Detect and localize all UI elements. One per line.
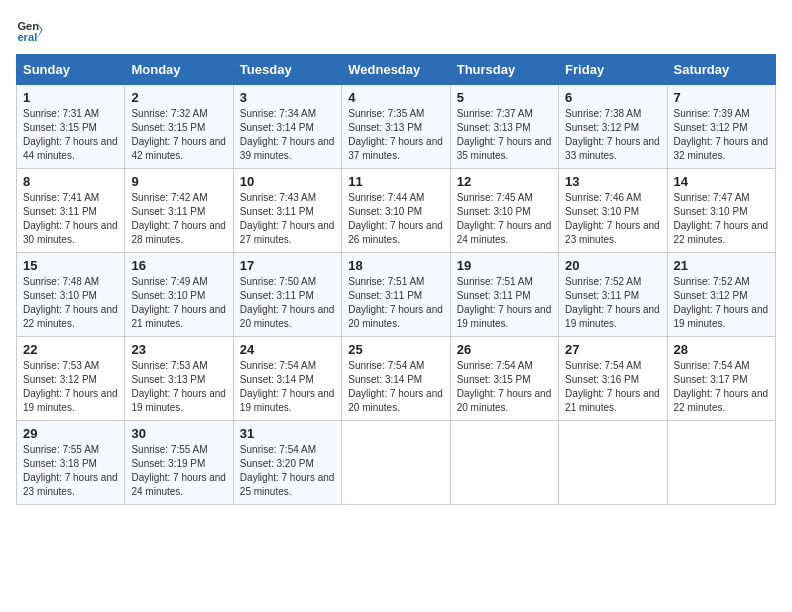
daylight-text: Daylight: 7 hours and 44 minutes. <box>23 135 118 163</box>
daylight-text: Daylight: 7 hours and 22 minutes. <box>23 303 118 331</box>
day-info: Sunrise: 7:52 AM Sunset: 3:11 PM Dayligh… <box>565 275 660 331</box>
sunrise-text: Sunrise: 7:54 AM <box>240 359 335 373</box>
calendar-cell: 8 Sunrise: 7:41 AM Sunset: 3:11 PM Dayli… <box>17 169 125 253</box>
sunrise-text: Sunrise: 7:54 AM <box>674 359 769 373</box>
week-row-2: 8 Sunrise: 7:41 AM Sunset: 3:11 PM Dayli… <box>17 169 776 253</box>
daylight-text: Daylight: 7 hours and 20 minutes. <box>457 387 552 415</box>
day-info: Sunrise: 7:44 AM Sunset: 3:10 PM Dayligh… <box>348 191 443 247</box>
day-info: Sunrise: 7:54 AM Sunset: 3:20 PM Dayligh… <box>240 443 335 499</box>
day-number: 25 <box>348 342 443 357</box>
calendar-cell <box>342 421 450 505</box>
sunset-text: Sunset: 3:10 PM <box>131 289 226 303</box>
daylight-text: Daylight: 7 hours and 23 minutes. <box>565 219 660 247</box>
calendar-cell: 20 Sunrise: 7:52 AM Sunset: 3:11 PM Dayl… <box>559 253 667 337</box>
day-number: 26 <box>457 342 552 357</box>
day-info: Sunrise: 7:41 AM Sunset: 3:11 PM Dayligh… <box>23 191 118 247</box>
day-info: Sunrise: 7:38 AM Sunset: 3:12 PM Dayligh… <box>565 107 660 163</box>
day-header-monday: Monday <box>125 55 233 85</box>
sunrise-text: Sunrise: 7:52 AM <box>674 275 769 289</box>
sunrise-text: Sunrise: 7:41 AM <box>23 191 118 205</box>
sunrise-text: Sunrise: 7:39 AM <box>674 107 769 121</box>
sunset-text: Sunset: 3:14 PM <box>240 373 335 387</box>
sunset-text: Sunset: 3:16 PM <box>565 373 660 387</box>
day-number: 23 <box>131 342 226 357</box>
daylight-text: Daylight: 7 hours and 24 minutes. <box>457 219 552 247</box>
calendar-cell: 9 Sunrise: 7:42 AM Sunset: 3:11 PM Dayli… <box>125 169 233 253</box>
sunset-text: Sunset: 3:11 PM <box>348 289 443 303</box>
day-number: 28 <box>674 342 769 357</box>
calendar-cell: 2 Sunrise: 7:32 AM Sunset: 3:15 PM Dayli… <box>125 85 233 169</box>
day-number: 29 <box>23 426 118 441</box>
daylight-text: Daylight: 7 hours and 27 minutes. <box>240 219 335 247</box>
sunset-text: Sunset: 3:14 PM <box>240 121 335 135</box>
calendar-cell: 31 Sunrise: 7:54 AM Sunset: 3:20 PM Dayl… <box>233 421 341 505</box>
sunset-text: Sunset: 3:11 PM <box>23 205 118 219</box>
calendar-table: SundayMondayTuesdayWednesdayThursdayFrid… <box>16 54 776 505</box>
calendar-cell: 15 Sunrise: 7:48 AM Sunset: 3:10 PM Dayl… <box>17 253 125 337</box>
sunset-text: Sunset: 3:20 PM <box>240 457 335 471</box>
calendar-cell: 24 Sunrise: 7:54 AM Sunset: 3:14 PM Dayl… <box>233 337 341 421</box>
daylight-text: Daylight: 7 hours and 19 minutes. <box>23 387 118 415</box>
week-row-3: 15 Sunrise: 7:48 AM Sunset: 3:10 PM Dayl… <box>17 253 776 337</box>
sunrise-text: Sunrise: 7:50 AM <box>240 275 335 289</box>
sunset-text: Sunset: 3:15 PM <box>457 373 552 387</box>
day-number: 6 <box>565 90 660 105</box>
day-number: 1 <box>23 90 118 105</box>
day-number: 17 <box>240 258 335 273</box>
daylight-text: Daylight: 7 hours and 30 minutes. <box>23 219 118 247</box>
day-header-saturday: Saturday <box>667 55 775 85</box>
day-number: 31 <box>240 426 335 441</box>
sunset-text: Sunset: 3:15 PM <box>131 121 226 135</box>
daylight-text: Daylight: 7 hours and 23 minutes. <box>23 471 118 499</box>
calendar-cell <box>559 421 667 505</box>
calendar-cell <box>667 421 775 505</box>
day-info: Sunrise: 7:48 AM Sunset: 3:10 PM Dayligh… <box>23 275 118 331</box>
calendar-cell: 16 Sunrise: 7:49 AM Sunset: 3:10 PM Dayl… <box>125 253 233 337</box>
day-info: Sunrise: 7:45 AM Sunset: 3:10 PM Dayligh… <box>457 191 552 247</box>
sunrise-text: Sunrise: 7:31 AM <box>23 107 118 121</box>
daylight-text: Daylight: 7 hours and 25 minutes. <box>240 471 335 499</box>
calendar-cell: 18 Sunrise: 7:51 AM Sunset: 3:11 PM Dayl… <box>342 253 450 337</box>
sunset-text: Sunset: 3:11 PM <box>565 289 660 303</box>
sunrise-text: Sunrise: 7:42 AM <box>131 191 226 205</box>
day-info: Sunrise: 7:42 AM Sunset: 3:11 PM Dayligh… <box>131 191 226 247</box>
sunset-text: Sunset: 3:19 PM <box>131 457 226 471</box>
day-info: Sunrise: 7:53 AM Sunset: 3:13 PM Dayligh… <box>131 359 226 415</box>
day-number: 3 <box>240 90 335 105</box>
daylight-text: Daylight: 7 hours and 26 minutes. <box>348 219 443 247</box>
sunrise-text: Sunrise: 7:53 AM <box>131 359 226 373</box>
sunrise-text: Sunrise: 7:37 AM <box>457 107 552 121</box>
sunset-text: Sunset: 3:17 PM <box>674 373 769 387</box>
sunrise-text: Sunrise: 7:38 AM <box>565 107 660 121</box>
day-number: 5 <box>457 90 552 105</box>
daylight-text: Daylight: 7 hours and 35 minutes. <box>457 135 552 163</box>
day-header-friday: Friday <box>559 55 667 85</box>
day-info: Sunrise: 7:54 AM Sunset: 3:14 PM Dayligh… <box>348 359 443 415</box>
sunset-text: Sunset: 3:12 PM <box>674 121 769 135</box>
week-row-5: 29 Sunrise: 7:55 AM Sunset: 3:18 PM Dayl… <box>17 421 776 505</box>
calendar-cell: 26 Sunrise: 7:54 AM Sunset: 3:15 PM Dayl… <box>450 337 558 421</box>
sunset-text: Sunset: 3:10 PM <box>674 205 769 219</box>
day-number: 10 <box>240 174 335 189</box>
day-info: Sunrise: 7:54 AM Sunset: 3:16 PM Dayligh… <box>565 359 660 415</box>
calendar-cell: 27 Sunrise: 7:54 AM Sunset: 3:16 PM Dayl… <box>559 337 667 421</box>
day-number: 18 <box>348 258 443 273</box>
calendar-cell: 29 Sunrise: 7:55 AM Sunset: 3:18 PM Dayl… <box>17 421 125 505</box>
calendar-cell: 10 Sunrise: 7:43 AM Sunset: 3:11 PM Dayl… <box>233 169 341 253</box>
daylight-text: Daylight: 7 hours and 42 minutes. <box>131 135 226 163</box>
calendar-cell: 5 Sunrise: 7:37 AM Sunset: 3:13 PM Dayli… <box>450 85 558 169</box>
daylight-text: Daylight: 7 hours and 21 minutes. <box>565 387 660 415</box>
calendar-cell: 14 Sunrise: 7:47 AM Sunset: 3:10 PM Dayl… <box>667 169 775 253</box>
sunset-text: Sunset: 3:11 PM <box>240 205 335 219</box>
daylight-text: Daylight: 7 hours and 19 minutes. <box>565 303 660 331</box>
sunrise-text: Sunrise: 7:35 AM <box>348 107 443 121</box>
day-info: Sunrise: 7:54 AM Sunset: 3:14 PM Dayligh… <box>240 359 335 415</box>
day-number: 11 <box>348 174 443 189</box>
calendar-cell: 17 Sunrise: 7:50 AM Sunset: 3:11 PM Dayl… <box>233 253 341 337</box>
daylight-text: Daylight: 7 hours and 20 minutes. <box>240 303 335 331</box>
sunrise-text: Sunrise: 7:47 AM <box>674 191 769 205</box>
daylight-text: Daylight: 7 hours and 22 minutes. <box>674 387 769 415</box>
sunset-text: Sunset: 3:10 PM <box>348 205 443 219</box>
calendar-cell: 12 Sunrise: 7:45 AM Sunset: 3:10 PM Dayl… <box>450 169 558 253</box>
sunset-text: Sunset: 3:15 PM <box>23 121 118 135</box>
